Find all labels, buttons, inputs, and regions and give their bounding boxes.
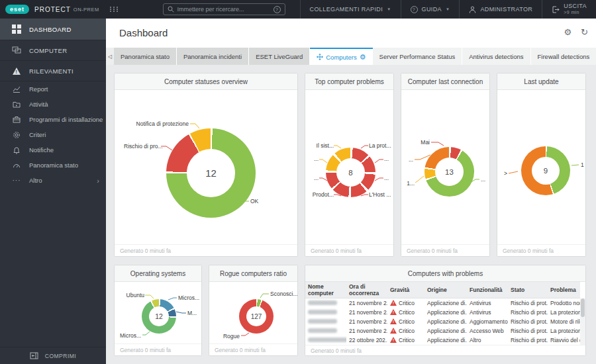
collapse-label: COMPRIMI [45, 353, 76, 359]
computers-icon [12, 46, 21, 54]
col-funzionalita[interactable]: Funzionalità [467, 282, 508, 298]
sidebar-item-altro[interactable]: ··· Altro › [0, 173, 106, 188]
tab-computers[interactable]: Computers ⚙ [310, 48, 372, 65]
global-search[interactable]: ? [163, 3, 285, 15]
dashboard-settings-gear-icon[interactable]: ⚙ [564, 27, 571, 37]
table-scrollbar[interactable] [580, 298, 585, 345]
tab-antivirus-detections[interactable]: Antivirus detections [462, 48, 530, 65]
segment-label: ... [405, 156, 413, 163]
search-icon [168, 6, 174, 13]
search-help-icon[interactable]: ? [273, 6, 281, 13]
logout-button[interactable]: USCITA >9 min [542, 0, 596, 19]
last-connection-donut-chart[interactable]: 13 [424, 147, 474, 197]
help-icon: ? [411, 6, 418, 13]
main-header: Dashboard ⚙ ↻ [106, 19, 596, 48]
segment-label: ... [384, 175, 389, 181]
help-menu[interactable]: ? GUIDA ▼ [401, 0, 460, 19]
critical-warning-icon: ! [390, 300, 397, 306]
sidebar-item-attivita[interactable]: Attività [0, 97, 106, 112]
tab-eset-liveguard[interactable]: ESET LiveGuard [249, 48, 310, 65]
logout-label: USCITA [564, 3, 587, 9]
table-row[interactable]: 21 novembre 2... !Critico Applicazione d… [305, 308, 580, 317]
segment-label: ... [311, 156, 319, 162]
more-dots-icon: ··· [12, 177, 21, 184]
quick-links-menu[interactable]: COLLEGAMENTI RAPIDI ▼ [300, 0, 401, 19]
statuses-donut-chart[interactable]: 12 [166, 128, 256, 218]
page-title: Dashboard [119, 27, 168, 38]
segment-label: Micros... [120, 332, 141, 339]
table-row[interactable]: 21 novembre 2... !Critico Applicazione d… [305, 326, 580, 336]
sidebar-item-label: COMPUTER [29, 47, 68, 54]
critical-warning-icon: ! [390, 328, 397, 334]
sidebar-item-dashboard[interactable]: DASHBOARD [0, 19, 106, 40]
redacted-computer-name [308, 310, 337, 314]
widget-title: Top computer problems [305, 73, 393, 90]
col-stato[interactable]: Stato [508, 282, 548, 298]
redacted-computer-name [308, 328, 337, 333]
generated-timestamp: Generato 0 minuti fa [115, 244, 297, 256]
os-donut-chart[interactable]: 12 [142, 299, 176, 334]
col-nome-computer[interactable]: Nome computer [305, 282, 346, 298]
search-input[interactable] [177, 6, 270, 13]
sidebar-item-label: Attività [29, 101, 48, 108]
product-name: PROTECT [34, 6, 71, 13]
tab-settings-gear-icon[interactable]: ⚙ [360, 53, 366, 62]
widget-title: Computers with problems [305, 265, 585, 282]
problems-donut-chart[interactable]: 8 [326, 148, 375, 197]
tabs-scroll-left[interactable]: ◁ [106, 48, 114, 65]
col-problema[interactable]: Problema [548, 282, 580, 298]
donut-total: 9 [532, 157, 560, 185]
segment-label: ... [481, 176, 485, 183]
installers-box-icon [12, 116, 21, 123]
chevron-down-icon: ▼ [446, 7, 450, 11]
last-update-donut-chart[interactable]: 9 [521, 146, 570, 195]
segment-label: La prot... [369, 142, 391, 149]
sidebar-item-notifiche[interactable]: Notifiche [0, 142, 106, 158]
collapse-sidebar-button[interactable]: COMPRIMI [0, 347, 106, 364]
chevron-down-icon: ▼ [387, 7, 391, 11]
scrollbar-thumb[interactable] [581, 298, 585, 317]
generated-timestamp: Generato 0 minuti fa [497, 244, 585, 256]
segment-label: Ubuntu [123, 292, 144, 298]
segment-label: Prodot... [311, 191, 334, 198]
tab-server-performance[interactable]: Server Performance Status [373, 48, 463, 65]
widget-computer-statuses: Computer statuses overview 12 Notifica d… [114, 73, 298, 257]
tab-firewall-detections[interactable]: Firewall detections [531, 48, 596, 65]
segment-label: > [504, 170, 507, 177]
sidebar-item-rilevamenti[interactable]: ! RILEVAMENTI [0, 61, 106, 81]
tab-panoramica-stato[interactable]: Panoramica stato [114, 48, 177, 65]
segment-label: ... [311, 175, 319, 181]
product-edition: ON-PREM [74, 7, 99, 13]
table-row[interactable]: 22 ottobre 202... !Critico Applicazione … [305, 336, 580, 345]
sidebar-item-report[interactable]: Report [0, 81, 106, 97]
sidebar-item-panoramica-stato[interactable]: Panoramica stato [0, 158, 106, 173]
widget-computers-with-problems: Computers with problems Nome computer Or… [305, 265, 586, 356]
sidebar: DASHBOARD COMPUTER ! RILEVAMENTI Report … [0, 19, 106, 364]
segment-label: Il sist... [313, 142, 334, 149]
generated-timestamp: Generato 0 minuti fa [209, 343, 297, 355]
tab-panoramica-incidenti[interactable]: Panoramica incidenti [177, 48, 249, 65]
sidebar-item-criteri[interactable]: Criteri [0, 127, 106, 142]
rogue-donut-chart[interactable]: 127 [239, 299, 273, 334]
segment-label: Micros... [178, 295, 199, 301]
eset-logo[interactable]: eset [5, 5, 29, 14]
table-row[interactable]: 21 novembre 2... !Critico Applicazione d… [305, 317, 580, 326]
move-icon [317, 54, 323, 60]
refresh-icon[interactable]: ↻ [581, 27, 588, 37]
donut-total: 13 [435, 158, 464, 186]
sidebar-item-computer[interactable]: COMPUTER [0, 40, 106, 61]
generated-timestamp: Generato 0 minuti fa [115, 343, 201, 355]
col-gravita[interactable]: Gravità [387, 282, 424, 298]
widget-top-computer-problems: Top computer problems 8 Il sist... La pr… [305, 73, 394, 257]
sidebar-item-installazione[interactable]: Programmi di installazione [0, 112, 106, 127]
col-ora-occorrenza[interactable]: Ora di occorrenza [346, 282, 387, 298]
logout-icon [552, 6, 560, 13]
segment-label: Rogue [220, 333, 240, 340]
col-origine[interactable]: Origine [424, 282, 467, 298]
user-menu[interactable]: ADMINISTRATOR [459, 0, 542, 19]
table-row[interactable]: 21 novembre 2... !Critico Applicazione d… [305, 298, 580, 308]
detections-warning-icon: ! [12, 68, 21, 75]
dashboard-tabbar: ◁ Panoramica stato Panoramica incidenti … [106, 48, 596, 65]
apps-grid-icon[interactable] [110, 7, 119, 12]
critical-warning-icon: ! [390, 309, 397, 315]
